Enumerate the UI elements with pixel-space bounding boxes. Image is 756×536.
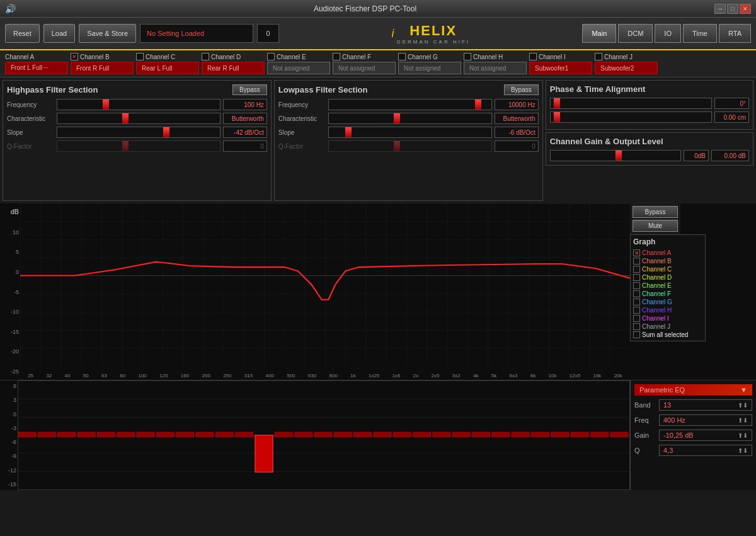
phase-title: Phase & Time Alignment [550,84,749,94]
channel-g-checkbox[interactable] [398,53,406,60]
eq-gain-value[interactable]: -10,25 dB ⬆⬇ [659,430,752,441]
highpass-freq-thumb[interactable] [103,100,109,110]
eq-band-value[interactable]: 13 ⬆⬇ [659,399,752,411]
nav-time[interactable]: Time [683,24,717,43]
close-button[interactable]: ✕ [740,4,751,14]
channel-h-btn[interactable]: Not assigned [464,62,527,74]
channel-j-label: Channel J [604,54,633,60]
channel-c-checkbox[interactable] [136,53,144,60]
lowpass-char-thumb[interactable] [394,113,400,123]
legend-cb-e[interactable] [633,282,640,289]
legend-cb-sum[interactable] [633,331,640,338]
eq-q-row: Q 4,3 ⬆⬇ [634,445,752,456]
helix-i: i [391,27,394,40]
distance-thumb[interactable] [554,112,560,122]
graph-legend-title: Graph [633,237,702,246]
phase-slider[interactable] [550,98,712,109]
legend-cb-c[interactable] [633,266,640,273]
legend-label-e: Channel E [642,282,672,289]
gain-thumb[interactable] [616,151,622,161]
nav-dcm[interactable]: DCM [618,24,653,43]
legend-cb-d[interactable] [633,274,640,281]
reset-button[interactable]: Reset [5,24,40,43]
channel-i-btn[interactable]: Subwoofer1 [529,62,592,74]
nav-io[interactable]: IO [655,24,681,43]
channel-g-btn[interactable]: Not assigned [398,62,461,74]
load-button[interactable]: Load [43,24,75,43]
legend-cb-h[interactable] [633,307,640,314]
svg-rect-26 [353,432,371,437]
legend-item-e: Channel E [633,282,702,289]
highpass-title: Highpass Filter Section [7,85,98,94]
channel-i-checkbox[interactable] [529,53,537,60]
window-controls[interactable]: ─ □ ✕ [714,4,751,14]
lowpass-freq-thumb[interactable] [475,100,481,110]
graph-mute-btn[interactable]: Mute [633,220,678,232]
minimize-button[interactable]: ─ [714,4,726,14]
channel-a-btn[interactable]: Front L Full ─ [5,62,68,74]
lowpass-freq-slider[interactable] [328,99,492,110]
graph-area: dB 10 5 0 -5 -10 -15 -20 -25 2532405063 [0,203,756,380]
channel-d-checkbox[interactable] [202,53,209,60]
title-bar: 🔊 Audiotec Fischer DSP PC-Tool ─ □ ✕ [0,0,756,18]
svg-rect-25 [334,432,352,437]
channel-item-c: Channel C Rear L Full [136,53,199,74]
phase-value: 0° [714,98,749,109]
legend-cb-a[interactable]: ✕ [633,249,640,256]
channel-item-g: Channel G Not assigned [398,53,461,74]
eq-q-value[interactable]: 4,3 ⬆⬇ [659,445,752,456]
svg-rect-18 [196,432,214,437]
channel-c-btn[interactable]: Rear L Full [136,62,199,74]
highpass-freq-slider[interactable] [57,99,220,110]
nav-main[interactable]: Main [582,24,616,43]
graph-bypass-btn[interactable]: Bypass [633,206,678,218]
channel-item-i: Channel I Subwoofer1 [529,53,592,74]
lowpass-freq-label: Frequency [278,101,326,108]
save-button[interactable]: Save & Store [79,24,136,43]
lowpass-slope-slider[interactable] [328,127,492,138]
svg-rect-14 [117,432,135,437]
channel-b-btn[interactable]: Front R Full [71,62,134,74]
legend-cb-j[interactable] [633,323,640,330]
eq-freq-value[interactable]: 400 Hz ⬆⬇ [659,414,752,426]
channel-j-checkbox[interactable] [595,53,602,60]
eq-panel-title[interactable]: Parametric EQ ▼ [634,384,752,396]
phase-thumb[interactable] [554,98,560,108]
channel-f-btn[interactable]: Not assigned [333,62,396,74]
main-sections: Highpass Filter Section Bypass Frequency… [0,77,756,203]
gain-slider[interactable] [550,150,681,161]
legend-label-sum: Sum all selected [642,331,688,338]
highpass-slope-slider[interactable] [57,127,220,138]
lowpass-char-slider[interactable] [328,113,492,124]
channel-d-btn[interactable]: Rear R Full [202,62,265,74]
maximize-button[interactable]: □ [727,4,738,14]
lowpass-slope-thumb[interactable] [345,127,352,137]
highpass-char-thumb[interactable] [122,113,129,123]
legend-cb-i[interactable] [633,315,640,322]
distance-slider[interactable] [550,111,712,123]
db-label: dB [1,208,19,215]
legend-cb-b[interactable] [633,258,640,265]
lowpass-q-row: Q-Factor 0 [278,140,539,152]
helix-sub: GERMAN CAR HIFI [396,39,470,45]
q-arrows: ⬆⬇ [738,447,748,454]
legend-cb-g[interactable] [633,299,640,305]
channel-h-checkbox[interactable] [464,53,471,60]
svg-rect-9 [18,432,36,437]
legend-item-j: Channel J [633,323,702,330]
legend-cb-f[interactable] [633,290,640,297]
channel-item-b: ✕ Channel B Front R Full [71,53,134,74]
highpass-slope-thumb[interactable] [163,127,169,137]
nav-rta[interactable]: RTA [719,24,751,43]
highpass-bypass-btn[interactable]: Bypass [232,84,267,95]
channel-e-btn[interactable]: Not assigned [267,62,330,74]
highpass-char-slider[interactable] [57,113,220,124]
legend-item-g: Channel G [633,299,702,305]
channel-b-checkbox[interactable]: ✕ [71,53,78,60]
channel-f-checkbox[interactable] [333,53,340,60]
eq-q-label: Q [634,447,656,454]
channel-e-checkbox[interactable] [267,53,275,60]
channel-j-btn[interactable]: Subwoofer2 [595,62,658,74]
graph-svg [20,203,630,366]
lowpass-bypass-btn[interactable]: Bypass [504,84,539,95]
